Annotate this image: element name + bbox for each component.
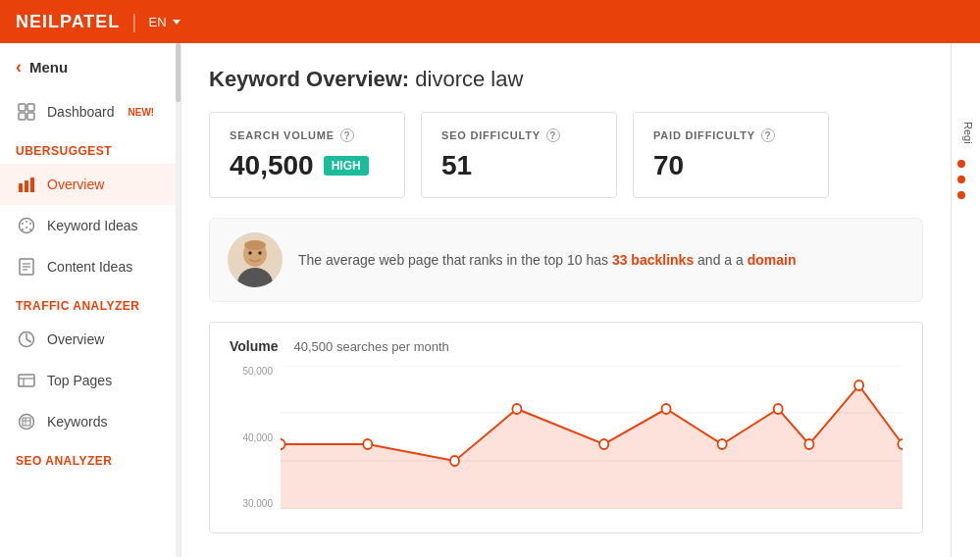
traffic-section-title: TRAFFIC ANALYZER	[0, 287, 181, 319]
svg-point-9	[26, 221, 27, 223]
avatar	[228, 232, 283, 287]
svg-point-10	[29, 223, 31, 225]
info-banner: The average web page that ranks in the t…	[209, 218, 923, 302]
seo-difficulty-value: 51	[441, 150, 596, 181]
svg-point-13	[29, 228, 31, 230]
top-pages-icon	[16, 370, 37, 391]
search-volume-label: SEARCH VOLUME ?	[230, 128, 385, 142]
chart-subtitle: 40,500 searches per month	[294, 339, 449, 354]
y-label-50k: 50,000	[242, 366, 273, 377]
data-point	[898, 439, 903, 449]
menu-label: Menu	[29, 59, 68, 76]
backlinks-highlight: 33 backlinks	[612, 252, 694, 268]
metric-cards: SEARCH VOLUME ? 40,500 HIGH SEO DIFFICUL…	[209, 112, 923, 198]
keyword-icon	[16, 215, 37, 236]
right-dot-3	[957, 191, 965, 199]
keyword-text: divorce law	[415, 67, 523, 91]
language-selector[interactable]: EN	[149, 15, 181, 29]
svg-point-22	[20, 415, 34, 430]
search-volume-card: SEARCH VOLUME ? 40,500 HIGH	[209, 112, 405, 198]
data-point	[363, 439, 372, 449]
keywords-icon	[16, 411, 37, 432]
top-pages-label: Top Pages	[47, 373, 112, 388]
logo: NEILPATEL	[16, 12, 120, 32]
page-title: Keyword Overview: divorce law	[209, 67, 923, 92]
topbar-divider: |	[131, 11, 136, 33]
right-panel-label: Regi	[957, 122, 974, 144]
sidebar-item-keywords[interactable]: Keywords	[0, 401, 181, 442]
svg-point-29	[248, 251, 252, 255]
chart-area	[281, 366, 903, 509]
svg-rect-0	[19, 104, 26, 111]
sidebar-item-keyword-ideas[interactable]: Keyword Ideas	[0, 205, 181, 246]
data-point	[512, 404, 521, 414]
back-arrow-icon: ‹	[16, 57, 22, 77]
seo-difficulty-help-icon[interactable]: ?	[546, 128, 560, 142]
keywords-label: Keywords	[47, 414, 107, 430]
new-badge: NEW!	[129, 107, 155, 118]
sidebar: ‹ Menu Dashboard NEW! UBERSUGGEST	[0, 43, 181, 557]
data-point	[718, 439, 727, 449]
sidebar-item-top-pages[interactable]: Top Pages	[0, 360, 181, 401]
chart-header: Volume 40,500 searches per month	[230, 338, 903, 354]
svg-point-31	[244, 240, 266, 250]
data-point	[599, 439, 608, 449]
paid-difficulty-help-icon[interactable]: ?	[761, 128, 775, 142]
chart-section: Volume 40,500 searches per month 50,000 …	[209, 322, 923, 533]
dashboard-icon	[16, 101, 37, 123]
svg-point-12	[22, 228, 24, 230]
keyword-ideas-label: Keyword Ideas	[47, 218, 138, 233]
data-point	[450, 456, 459, 466]
traffic-overview-icon	[16, 329, 37, 350]
data-point	[804, 439, 813, 449]
right-panel: Regi	[951, 43, 980, 557]
y-label-40k: 40,000	[242, 432, 273, 443]
svg-rect-23	[23, 418, 30, 426]
topbar: NEILPATEL | EN	[0, 0, 980, 43]
seo-difficulty-label: SEO DIFFICULTY ?	[441, 128, 596, 142]
line-chart-svg	[281, 366, 903, 509]
sidebar-item-traffic-overview[interactable]: Overview	[0, 319, 181, 360]
data-point	[774, 404, 783, 414]
paid-difficulty-label: PAID DIFFICULTY ?	[653, 128, 808, 142]
svg-rect-4	[19, 183, 23, 192]
chart-container: 50,000 40,000 30,000	[230, 366, 903, 532]
paid-difficulty-value: 70	[653, 150, 808, 181]
overview-label: Overview	[47, 177, 104, 192]
domain-highlight: domain	[748, 252, 797, 268]
seo-section-title: SEO ANALYZER	[0, 442, 181, 474]
seo-difficulty-card: SEO DIFFICULTY ? 51	[421, 112, 617, 198]
data-point	[662, 404, 671, 414]
main-content: Keyword Overview: divorce law SEARCH VOL…	[181, 43, 951, 557]
language-label: EN	[149, 15, 167, 29]
dashboard-label: Dashboard	[47, 104, 115, 120]
sidebar-item-content-ideas[interactable]: Content Ideas	[0, 246, 181, 287]
search-volume-help-icon[interactable]: ?	[340, 128, 354, 142]
svg-rect-2	[19, 113, 26, 120]
sidebar-menu-header[interactable]: ‹ Menu	[0, 43, 181, 91]
svg-rect-19	[19, 375, 34, 386]
svg-point-30	[258, 251, 262, 255]
svg-rect-6	[30, 177, 34, 192]
svg-rect-5	[25, 180, 28, 192]
scrollbar-thumb[interactable]	[176, 43, 181, 102]
right-dot-1	[957, 160, 965, 168]
paid-difficulty-card: PAID DIFFICULTY ? 70	[633, 112, 829, 198]
data-point	[854, 380, 863, 390]
sidebar-item-dashboard[interactable]: Dashboard NEW!	[0, 91, 181, 132]
svg-point-8	[22, 223, 24, 225]
chevron-down-icon	[173, 20, 181, 25]
traffic-overview-label: Overview	[47, 331, 104, 347]
svg-rect-3	[27, 113, 34, 120]
sidebar-item-overview[interactable]: Overview	[0, 164, 181, 205]
chart-icon	[16, 174, 37, 195]
search-volume-value: 40,500 HIGH	[230, 150, 385, 181]
chart-y-labels: 50,000 40,000 30,000	[230, 366, 281, 509]
svg-point-11	[26, 227, 27, 228]
chart-title: Volume	[230, 338, 279, 354]
svg-point-7	[20, 219, 34, 233]
data-point	[281, 439, 285, 449]
content-ideas-label: Content Ideas	[47, 259, 132, 275]
svg-rect-1	[27, 104, 34, 111]
main-layout: ‹ Menu Dashboard NEW! UBERSUGGEST	[0, 43, 980, 557]
